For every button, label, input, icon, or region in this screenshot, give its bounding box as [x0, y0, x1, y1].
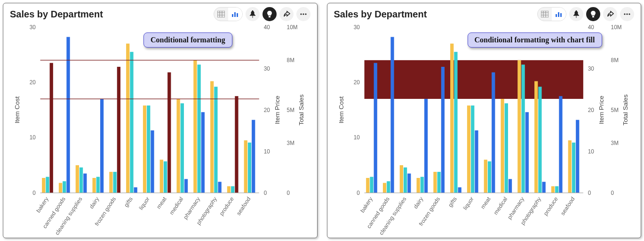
- svg-rect-63: [231, 186, 234, 193]
- svg-rect-64: [235, 96, 238, 193]
- svg-text:gifts: gifts: [123, 196, 134, 209]
- chart-view-button[interactable]: [552, 8, 566, 21]
- insight-button[interactable]: [586, 7, 600, 21]
- svg-rect-46: [134, 187, 137, 193]
- svg-rect-47: [143, 105, 146, 193]
- svg-rect-129: [450, 44, 453, 193]
- svg-rect-33: [63, 181, 66, 193]
- svg-rect-60: [214, 87, 217, 193]
- more-button[interactable]: [620, 7, 634, 21]
- table-view-button[interactable]: [538, 8, 552, 21]
- svg-rect-141: [517, 60, 521, 193]
- svg-rect-116: [374, 63, 377, 193]
- svg-text:Item Price: Item Price: [598, 96, 605, 124]
- svg-rect-149: [559, 96, 562, 193]
- svg-rect-56: [193, 60, 197, 193]
- svg-rect-152: [576, 120, 579, 193]
- svg-text:10: 10: [264, 148, 270, 154]
- svg-text:8M: 8M: [287, 57, 294, 64]
- lightbulb-icon: [590, 10, 596, 18]
- svg-text:gifts: gifts: [447, 196, 458, 209]
- svg-text:10: 10: [30, 134, 36, 141]
- svg-rect-137: [492, 72, 495, 193]
- svg-rect-6: [234, 12, 236, 17]
- pin-icon: [573, 10, 580, 18]
- svg-rect-133: [471, 105, 474, 193]
- svg-rect-139: [504, 103, 508, 193]
- svg-rect-123: [416, 178, 420, 193]
- svg-rect-58: [201, 112, 205, 193]
- svg-rect-146: [542, 182, 545, 193]
- svg-rect-45: [130, 52, 133, 193]
- svg-rect-7: [237, 13, 238, 17]
- chart-svg: 010203001020304003M5M8M10MItem CostItem …: [332, 22, 636, 237]
- share-icon: [606, 11, 614, 17]
- callout-label: Conditional formatting with chart fill: [468, 32, 602, 48]
- svg-text:produce: produce: [542, 195, 559, 217]
- svg-rect-61: [218, 182, 222, 193]
- svg-text:liquor: liquor: [461, 196, 475, 211]
- insight-button[interactable]: [262, 7, 277, 21]
- svg-rect-43: [117, 67, 120, 193]
- svg-rect-50: [160, 160, 163, 193]
- svg-rect-54: [181, 103, 184, 193]
- more-button[interactable]: [296, 7, 310, 21]
- svg-rect-38: [93, 178, 96, 193]
- svg-text:0: 0: [357, 190, 360, 196]
- chart-panel-left: Sales by Department: [3, 3, 318, 238]
- svg-rect-67: [252, 120, 255, 193]
- svg-rect-5: [232, 14, 233, 17]
- pin-button[interactable]: [569, 7, 583, 21]
- pin-button[interactable]: [246, 7, 260, 21]
- svg-rect-120: [399, 165, 403, 193]
- svg-rect-136: [487, 161, 491, 193]
- svg-rect-84: [541, 11, 549, 17]
- chart-area: Conditional formatting 01020300102030400…: [8, 22, 312, 237]
- table-view-button[interactable]: [214, 8, 228, 21]
- svg-rect-151: [572, 143, 575, 193]
- svg-rect-57: [197, 64, 200, 193]
- svg-rect-91: [560, 13, 562, 17]
- share-icon: [283, 11, 290, 17]
- svg-rect-115: [370, 177, 373, 193]
- svg-rect-117: [382, 183, 386, 193]
- svg-rect-53: [176, 99, 180, 193]
- svg-rect-8: [269, 16, 270, 17]
- svg-text:liquor: liquor: [138, 196, 151, 211]
- svg-rect-138: [501, 99, 504, 193]
- panel-header: Sales by Department: [3, 3, 317, 22]
- lightbulb-icon: [267, 10, 272, 18]
- svg-rect-140: [508, 179, 511, 193]
- svg-rect-143: [525, 112, 528, 193]
- svg-point-10: [302, 13, 304, 15]
- svg-rect-51: [164, 161, 167, 193]
- svg-rect-62: [227, 186, 231, 193]
- svg-rect-132: [467, 105, 470, 193]
- table-icon: [217, 11, 225, 17]
- svg-rect-41: [109, 172, 112, 193]
- svg-rect-145: [538, 87, 541, 193]
- svg-text:40: 40: [588, 24, 594, 30]
- panel-header: Sales by Department: [327, 3, 641, 22]
- svg-text:dairy: dairy: [88, 195, 100, 210]
- svg-rect-142: [521, 64, 525, 193]
- svg-rect-49: [151, 130, 154, 193]
- svg-text:5M: 5M: [287, 106, 294, 113]
- pin-icon: [249, 10, 256, 18]
- svg-text:10M: 10M: [611, 24, 621, 30]
- svg-rect-55: [184, 179, 188, 193]
- svg-text:5M: 5M: [611, 106, 618, 113]
- svg-rect-0: [217, 11, 225, 17]
- svg-text:3M: 3M: [287, 140, 294, 146]
- svg-rect-96: [364, 60, 583, 99]
- svg-rect-128: [441, 67, 444, 193]
- share-button[interactable]: [603, 7, 617, 21]
- svg-rect-40: [100, 99, 103, 193]
- svg-rect-59: [210, 81, 214, 193]
- panel-toolbar: [214, 7, 310, 21]
- svg-rect-90: [558, 12, 559, 17]
- svg-text:30: 30: [353, 24, 359, 30]
- svg-rect-119: [390, 37, 394, 193]
- share-button[interactable]: [279, 7, 294, 21]
- chart-view-button[interactable]: [228, 8, 242, 21]
